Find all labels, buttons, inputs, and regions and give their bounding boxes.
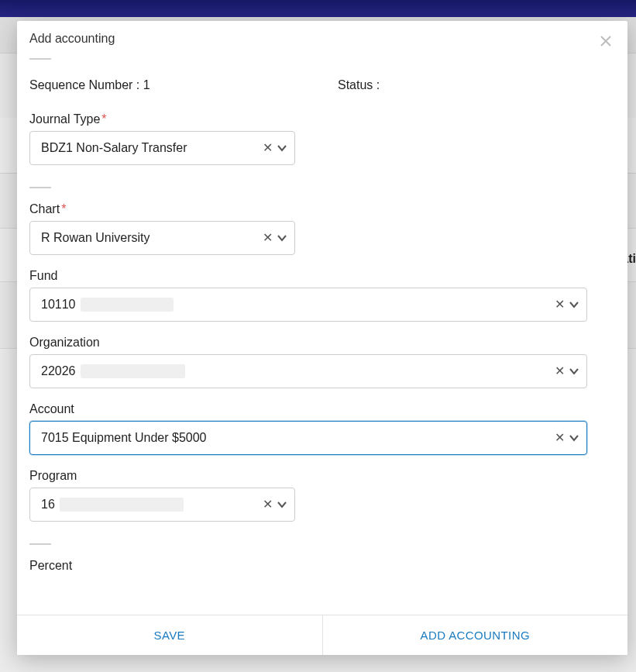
- fund-label: Fund: [29, 269, 615, 283]
- chevron-down-icon: [277, 143, 287, 153]
- field-chart: Chart* R Rowan University ✕: [29, 202, 615, 255]
- add-accounting-modal: Add accounting Sequence Number : 1 Statu…: [17, 21, 627, 655]
- program-select[interactable]: 16 ✕: [29, 488, 295, 522]
- modal-title: Add accounting: [29, 32, 115, 46]
- clear-icon[interactable]: ✕: [555, 365, 565, 377]
- percent-label: Percent: [29, 559, 615, 573]
- clear-icon[interactable]: ✕: [555, 432, 565, 444]
- field-fund: Fund 10110 ✕: [29, 269, 615, 322]
- close-button[interactable]: [596, 32, 615, 50]
- required-marker: *: [101, 112, 106, 126]
- fund-select[interactable]: 10110 ✕: [29, 288, 587, 322]
- add-accounting-button[interactable]: Add Accounting: [322, 615, 628, 655]
- program-value-prefix: 16: [41, 498, 55, 512]
- field-journal-type: Journal Type* BDZ1 Non-Salary Transfer ✕: [29, 112, 615, 165]
- status-label: Status :: [338, 78, 380, 91]
- redacted-text: [81, 364, 185, 378]
- field-program: Program 16 ✕: [29, 469, 615, 522]
- clear-icon[interactable]: ✕: [263, 142, 273, 154]
- modal-scroll-area[interactable]: Journal Type* BDZ1 Non-Salary Transfer ✕…: [17, 95, 627, 615]
- save-button[interactable]: Save: [17, 615, 322, 655]
- journal-type-label-text: Journal Type: [29, 112, 100, 126]
- organization-value-prefix: 22026: [41, 364, 76, 378]
- chart-label-text: Chart: [29, 202, 60, 215]
- fund-value-prefix: 10110: [41, 298, 76, 312]
- close-icon: [600, 36, 611, 47]
- chevron-down-icon: [569, 433, 579, 443]
- field-account: Account 7015 Equipment Under $5000 ✕: [29, 402, 615, 455]
- chart-select[interactable]: R Rowan University ✕: [29, 221, 295, 255]
- field-organization: Organization 22026 ✕: [29, 336, 615, 388]
- chevron-down-icon: [569, 367, 579, 376]
- chevron-down-icon: [569, 300, 579, 309]
- account-label: Account: [29, 402, 615, 416]
- organization-label: Organization: [29, 336, 615, 350]
- account-select[interactable]: 7015 Equipment Under $5000 ✕: [29, 421, 587, 455]
- meta-row: Sequence Number : 1 Status :: [17, 60, 627, 95]
- clear-icon[interactable]: ✕: [263, 498, 273, 511]
- account-value: 7015 Equipment Under $5000: [41, 431, 207, 445]
- section-divider: [29, 187, 51, 188]
- modal-footer: Save Add Accounting: [17, 615, 627, 655]
- clear-icon[interactable]: ✕: [555, 298, 565, 311]
- journal-type-value: BDZ1 Non-Salary Transfer: [41, 141, 187, 155]
- sequence-label: Sequence Number :: [29, 78, 139, 91]
- redacted-text: [81, 298, 174, 312]
- journal-type-select[interactable]: BDZ1 Non-Salary Transfer ✕: [29, 131, 295, 165]
- chart-value: R Rowan University: [41, 231, 150, 245]
- section-divider: [29, 543, 51, 545]
- field-percent: Percent: [29, 559, 615, 573]
- sequence-value: 1: [143, 78, 150, 91]
- required-marker: *: [61, 202, 66, 215]
- redacted-text: [60, 498, 184, 512]
- chevron-down-icon: [277, 233, 287, 243]
- chevron-down-icon: [277, 500, 287, 509]
- journal-type-label: Journal Type*: [29, 112, 615, 126]
- organization-select[interactable]: 22026 ✕: [29, 354, 587, 388]
- clear-icon[interactable]: ✕: [263, 232, 273, 244]
- program-label: Program: [29, 469, 615, 483]
- chart-label: Chart*: [29, 202, 615, 216]
